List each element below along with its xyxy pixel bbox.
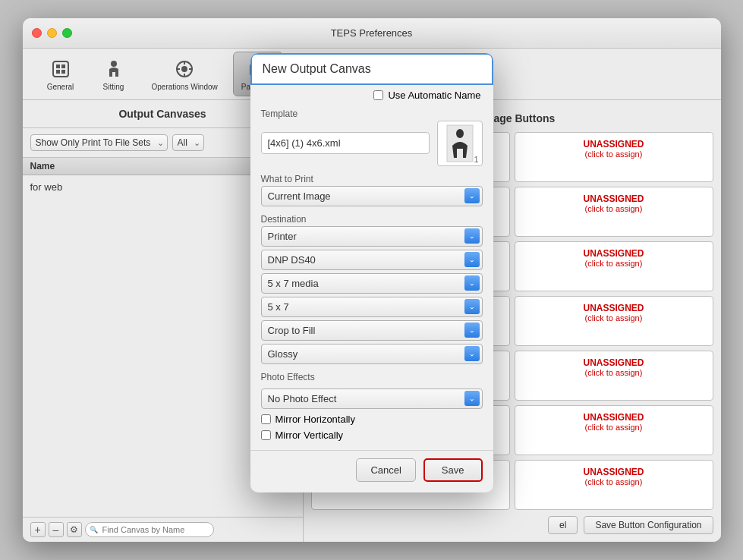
mirror-v-checkbox[interactable] xyxy=(261,430,271,440)
svg-point-18 xyxy=(456,129,464,138)
photo-effect-select-wrapper[interactable]: No Photo Effect Black & White Sepia xyxy=(261,389,483,409)
dest-type-wrapper[interactable]: Printer File xyxy=(261,226,483,247)
destination-label: Destination xyxy=(261,214,483,225)
template-thumb-svg xyxy=(446,124,474,162)
mirror-v-row: Mirror Vertically xyxy=(261,429,483,441)
template-thumbnail: 1 xyxy=(437,121,483,166)
dest-printer-select[interactable]: DNP DS40 DNP DS80 xyxy=(261,250,483,270)
new-output-canvas-modal: Use Automatic Name Template [4x6] (1) 4x… xyxy=(250,53,493,492)
destination-section: Destination Printer File DNP DS40 xyxy=(261,214,483,364)
what-to-print-select-wrapper[interactable]: Current Image All Images xyxy=(261,186,483,206)
mirror-h-checkbox[interactable] xyxy=(261,414,271,424)
dest-size-wrapper[interactable]: 5 x 7 4 x 6 xyxy=(261,297,483,317)
photo-effect-select[interactable]: No Photo Effect Black & White Sepia xyxy=(261,389,483,409)
template-label: Template xyxy=(261,109,483,119)
mirror-h-row: Mirror Horizontally xyxy=(261,414,483,425)
modal-footer: Cancel Save xyxy=(250,450,493,492)
dest-media-wrapper[interactable]: 5 x 7 media 4 x 6 media xyxy=(261,273,483,294)
dest-size-select[interactable]: 5 x 7 4 x 6 xyxy=(261,297,483,317)
modal-overlay: Use Automatic Name Template [4x6] (1) 4x… xyxy=(23,18,721,542)
destination-group: Printer File DNP DS40 DNP DS80 xyxy=(261,226,483,364)
main-window: TEPS Preferences General xyxy=(23,18,721,542)
template-name-display: [4x6] (1) 4x6.xml xyxy=(261,132,430,154)
what-to-print-section: What to Print Current Image All Images xyxy=(261,174,483,206)
dest-finish-wrapper[interactable]: Glossy Matte xyxy=(261,344,483,364)
photo-effects-section: Photo Effects No Photo Effect Black & Wh… xyxy=(261,372,483,441)
use-auto-name-row: Use Automatic Name xyxy=(261,90,481,101)
template-section: Template [4x6] (1) 4x6.xml 1 xyxy=(261,109,483,166)
canvas-name-input[interactable] xyxy=(250,53,493,85)
mirror-v-label: Mirror Vertically xyxy=(275,429,344,441)
what-to-print-label: What to Print xyxy=(261,174,483,184)
template-number: 1 xyxy=(474,155,478,164)
dest-crop-wrapper[interactable]: Crop to Fill Crop to Fit xyxy=(261,320,483,341)
modal-body: Use Automatic Name Template [4x6] (1) 4x… xyxy=(250,85,493,450)
dest-finish-select[interactable]: Glossy Matte xyxy=(261,344,483,364)
photo-effects-label: Photo Effects xyxy=(261,372,483,382)
template-row: [4x6] (1) 4x6.xml 1 xyxy=(261,121,483,166)
use-auto-name-checkbox[interactable] xyxy=(373,90,383,100)
use-auto-name-label: Use Automatic Name xyxy=(388,90,480,101)
what-to-print-select[interactable]: Current Image All Images xyxy=(261,186,483,206)
save-button[interactable]: Save xyxy=(423,458,483,482)
mirror-h-label: Mirror Horizontally xyxy=(275,414,355,425)
dest-printer-wrapper[interactable]: DNP DS40 DNP DS80 xyxy=(261,250,483,270)
dest-media-select[interactable]: 5 x 7 media 4 x 6 media xyxy=(261,273,483,294)
cancel-button[interactable]: Cancel xyxy=(356,458,415,482)
modal-header xyxy=(250,53,493,85)
dest-crop-select[interactable]: Crop to Fill Crop to Fit xyxy=(261,320,483,341)
dest-type-select[interactable]: Printer File xyxy=(261,226,483,247)
